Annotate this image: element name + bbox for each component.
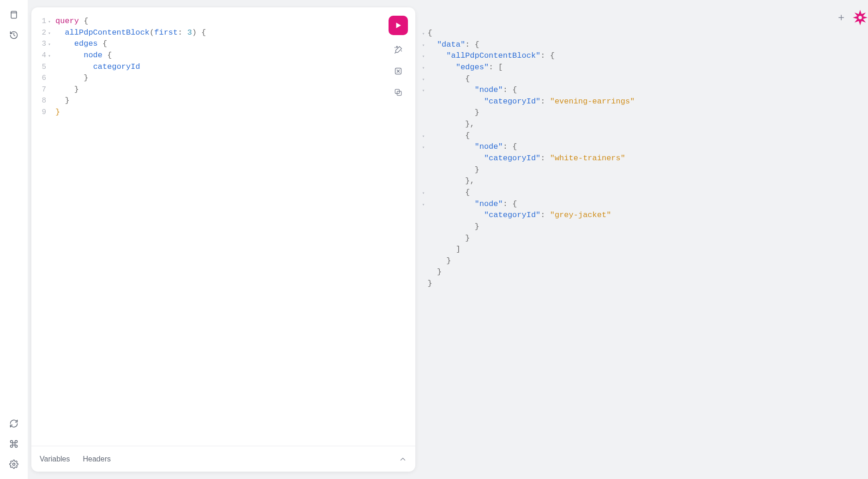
- sidebar-left: [0, 0, 28, 479]
- editor-pane: 1▾query {2▾ allPdpContentBlock(first: 3)…: [28, 0, 415, 479]
- result-viewer[interactable]: ▾{▾ "data": {▾ "allPdpContentBlock": {▾ …: [421, 28, 828, 290]
- result-pane: ▾{▾ "data": {▾ "allPdpContentBlock": {▾ …: [415, 0, 836, 479]
- settings-icon[interactable]: [6, 456, 22, 473]
- svg-marker-2: [396, 23, 401, 28]
- refresh-icon[interactable]: [6, 415, 22, 432]
- chevron-up-icon[interactable]: [399, 455, 407, 463]
- prettify-icon[interactable]: [392, 43, 405, 56]
- editor-actions: [389, 16, 408, 99]
- graphiql-logo-icon: [851, 8, 868, 27]
- query-editor[interactable]: 1▾query {2▾ allPdpContentBlock(first: 3)…: [31, 7, 415, 446]
- editor-footer: Variables Headers: [31, 446, 415, 472]
- copy-icon[interactable]: [392, 86, 405, 99]
- tab-variables[interactable]: Variables: [40, 455, 70, 463]
- merge-icon[interactable]: [392, 65, 405, 78]
- main: 1▾query {2▾ allPdpContentBlock(first: 3)…: [28, 0, 836, 479]
- run-button[interactable]: [389, 16, 408, 35]
- editor-card: 1▾query {2▾ allPdpContentBlock(first: 3)…: [31, 7, 415, 472]
- docs-icon[interactable]: [6, 6, 22, 23]
- shortcuts-icon[interactable]: [6, 436, 22, 452]
- svg-point-1: [13, 463, 15, 466]
- sidebar-right: [836, 0, 868, 479]
- tab-headers[interactable]: Headers: [83, 455, 111, 463]
- history-icon[interactable]: [6, 27, 22, 43]
- new-tab-icon[interactable]: [834, 11, 848, 24]
- svg-rect-0: [11, 12, 17, 18]
- svg-point-9: [858, 16, 862, 19]
